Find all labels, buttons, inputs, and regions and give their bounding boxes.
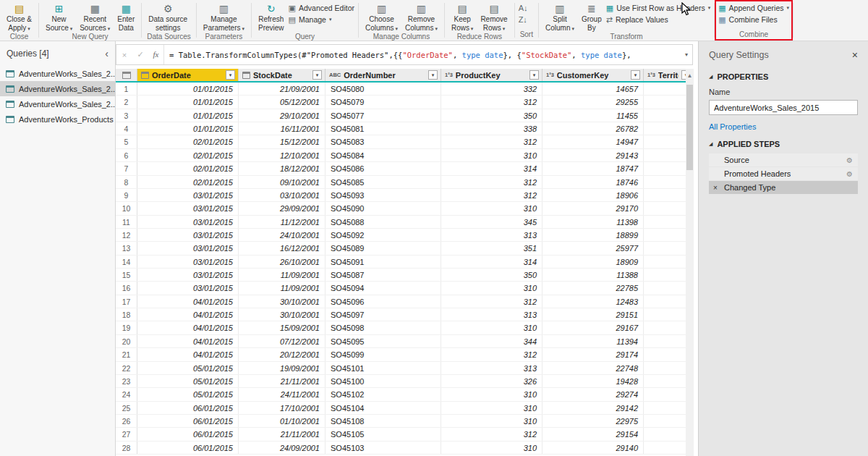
scrollbar-thumb[interactable]	[686, 85, 693, 170]
cell[interactable]: SO45094	[326, 282, 441, 294]
cell[interactable]: 07/12/2001	[239, 335, 326, 347]
row-number[interactable]: 13	[116, 242, 137, 254]
cell[interactable]: 18909	[542, 256, 644, 268]
cell[interactable]: 04/01/2015	[137, 321, 239, 334]
btn-group-by[interactable]: ≣GroupBy	[579, 1, 605, 33]
collapse-pane-icon[interactable]: ‹	[105, 48, 109, 59]
cell[interactable]: 326	[441, 375, 542, 387]
cell[interactable]: 11455	[542, 109, 644, 122]
cell[interactable]: 312	[441, 135, 542, 148]
confirm-formula-icon[interactable]: ✓	[132, 50, 148, 59]
cell[interactable]: 29142	[542, 402, 644, 414]
row-number[interactable]: 10	[116, 202, 137, 214]
btn-enter-data[interactable]: ▦EnterData	[114, 1, 137, 33]
cell[interactable]: 29143	[542, 149, 644, 161]
cell[interactable]: 29140	[542, 442, 644, 454]
cell[interactable]	[644, 335, 686, 347]
cell[interactable]: 310	[441, 442, 542, 454]
cell[interactable]: 11/09/2001	[239, 282, 326, 294]
btn-replace-values[interactable]: ⇄Replace Values	[606, 14, 710, 25]
cell[interactable]: SO45095	[326, 335, 441, 347]
cell[interactable]: 29274	[542, 388, 644, 400]
query-name-input[interactable]	[709, 100, 858, 115]
btn-manage[interactable]: ▤Manage▾	[289, 14, 354, 25]
cell[interactable]	[644, 428, 686, 440]
applied-steps-section-header[interactable]: ◢ APPLIED STEPS	[709, 140, 858, 148]
cell[interactable]: SO45089	[326, 242, 441, 254]
row-number[interactable]: 17	[116, 295, 137, 308]
cell[interactable]: 310	[441, 202, 542, 214]
cell[interactable]: 06/01/2015	[137, 415, 239, 427]
row-number[interactable]: 27	[116, 428, 137, 440]
cell[interactable]	[644, 149, 686, 161]
row-number[interactable]: 23	[116, 375, 137, 387]
cell[interactable]: 24/09/2001	[239, 442, 326, 454]
applied-step-promoted-headers[interactable]: Promoted Headers⚙	[709, 167, 858, 180]
applied-step-source[interactable]: Source⚙	[709, 153, 858, 166]
cell[interactable]	[644, 295, 686, 308]
cell[interactable]: 29/10/2001	[239, 109, 326, 122]
row-number[interactable]: 20	[116, 335, 137, 347]
cell[interactable]: SO45097	[326, 308, 441, 321]
all-properties-link[interactable]: All Properties	[709, 122, 858, 131]
row-number[interactable]: 3	[116, 109, 137, 122]
delete-step-icon[interactable]: ×	[713, 184, 718, 192]
row-number[interactable]: 19	[116, 321, 137, 334]
close-pane-icon[interactable]: ×	[852, 49, 858, 61]
fx-icon[interactable]: fx	[148, 45, 164, 64]
cell[interactable]: 11394	[542, 335, 644, 347]
cell[interactable]: 03/01/2015	[137, 242, 239, 254]
row-number[interactable]: 4	[116, 122, 137, 135]
btn-sort-ascending-icon[interactable]: A↓	[519, 3, 528, 13]
cell[interactable]: SO45101	[326, 362, 441, 374]
btn-manage-parameters[interactable]: ▥ManageParameters ▾	[200, 1, 247, 33]
cell[interactable]: 350	[441, 269, 542, 281]
cell[interactable]	[644, 348, 686, 360]
cell[interactable]: 18746	[542, 176, 644, 188]
row-number[interactable]: 22	[116, 362, 137, 374]
cell[interactable]: 29255	[542, 96, 644, 108]
row-number[interactable]: 2	[116, 96, 137, 108]
expand-formula-icon[interactable]: ▾	[681, 51, 692, 58]
cell[interactable]: SO45100	[326, 375, 441, 387]
row-number[interactable]: 28	[116, 442, 137, 454]
cell[interactable]: 02/01/2015	[137, 149, 239, 161]
column-header-stockdate[interactable]: StockDate▾	[239, 69, 326, 81]
btn-choose-columns[interactable]: ▥ChooseColumns ▾	[362, 1, 401, 33]
cell[interactable]: 02/01/2015	[137, 176, 239, 188]
cell[interactable]: SO45088	[326, 216, 441, 228]
cell[interactable]: 20/12/2001	[239, 348, 326, 360]
btn-remove-columns[interactable]: ▥RemoveColumns ▾	[402, 1, 441, 33]
row-number[interactable]: 5	[116, 135, 137, 148]
cell[interactable]: 24/11/2001	[239, 388, 326, 400]
cell[interactable]: 11388	[542, 269, 644, 281]
cell[interactable]: 12/10/2001	[239, 149, 326, 161]
gear-icon[interactable]: ⚙	[846, 170, 853, 178]
btn-data-source-settings[interactable]: ⚙Data sourcesettings	[145, 1, 190, 33]
filter-dropdown-icon[interactable]: ▾	[226, 70, 235, 80]
cell[interactable]: 18906	[542, 189, 644, 201]
cell[interactable]: 314	[441, 256, 542, 268]
btn-combine-files[interactable]: ▦Combine Files	[718, 14, 789, 25]
cell[interactable]: SO45092	[326, 229, 441, 241]
btn-close-apply[interactable]: ▤Close &Apply ▾	[4, 1, 35, 33]
cell[interactable]: 29154	[542, 428, 644, 440]
cell[interactable]: 11/09/2001	[239, 269, 326, 281]
cell[interactable]: 03/01/2015	[137, 282, 239, 294]
row-number[interactable]: 24	[116, 388, 137, 400]
cell[interactable]: 312	[441, 428, 542, 440]
cell[interactable]: SO45099	[326, 348, 441, 360]
cell[interactable]: 29170	[542, 202, 644, 214]
column-header-productkey[interactable]: 1²3ProductKey▾	[441, 69, 542, 81]
cell[interactable]: SO45085	[326, 176, 441, 188]
cell[interactable]: 351	[441, 242, 542, 254]
row-number[interactable]: 16	[116, 282, 137, 294]
cell[interactable]	[644, 229, 686, 241]
cell[interactable]	[644, 256, 686, 268]
btn-use-first-row-as-headers[interactable]: ▦Use First Row as Headers▾	[606, 3, 710, 13]
filter-dropdown-icon[interactable]: ▾	[529, 70, 539, 80]
cell[interactable]: 30/10/2001	[239, 308, 326, 321]
cell[interactable]: 344	[441, 335, 542, 347]
query-item-4[interactable]: AdventureWorks_Products	[0, 111, 115, 127]
cell[interactable]: 03/01/2015	[137, 256, 239, 268]
